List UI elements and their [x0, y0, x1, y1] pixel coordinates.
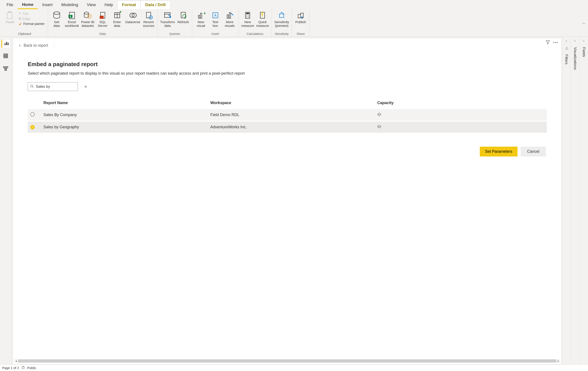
menu-view[interactable]: View — [83, 1, 100, 9]
new-measure-button[interactable]: New measure — [241, 10, 255, 28]
cut-button[interactable]: ✂ Cut — [17, 11, 46, 16]
more-options-icon[interactable]: ••• — [553, 41, 558, 44]
chevron-left-icon[interactable]: ‹ — [566, 39, 567, 43]
format-painter-button[interactable]: 🖌 Format painter — [17, 21, 46, 26]
svg-rect-40 — [5, 43, 5, 45]
filter-icon[interactable] — [546, 40, 550, 45]
cell-report-name: Sales by Geography — [43, 125, 210, 129]
cancel-button[interactable]: Cancel — [521, 147, 546, 157]
search-box[interactable]: ✕ — [28, 82, 78, 91]
quick-measure-label: Quick measure — [256, 20, 269, 28]
ribbon-collapse-button[interactable]: ︿ — [582, 20, 586, 26]
refresh-button[interactable]: Refresh — [176, 10, 190, 24]
svg-text:X: X — [70, 15, 71, 18]
menu-help[interactable]: Help — [100, 1, 117, 9]
horizontal-scrollbar[interactable]: ◂ ▸ — [14, 359, 560, 363]
transform-label: Transform data — [160, 20, 175, 28]
sensitivity-status-icon — [21, 366, 25, 370]
enter-data-button[interactable]: + Enter data — [110, 10, 124, 28]
chevron-left-icon[interactable]: ‹ — [575, 39, 576, 43]
svg-rect-9 — [100, 16, 104, 19]
radio-unselected[interactable] — [30, 112, 35, 117]
scissors-icon: ✂ — [19, 11, 21, 15]
scroll-track[interactable] — [18, 360, 556, 362]
table-row[interactable]: Sales By Company Field Demo RDL — [28, 108, 547, 121]
right-panes: ‹ ▷ Filters ‹ Visualizations ‹ Fields — [562, 37, 588, 364]
get-data-button[interactable]: Get data — [50, 10, 64, 28]
copy-button[interactable]: ⧉ Copy — [17, 16, 46, 21]
table-header: Report Name Workspace Capacity — [28, 97, 547, 108]
svg-rect-23 — [198, 15, 200, 18]
cell-report-name: Sales By Company — [43, 113, 210, 117]
table-row[interactable]: ✓ Sales by Geography AdventureWorks Inc. — [28, 121, 547, 133]
menubar: File Home Insert Modeling View Help Form… — [0, 0, 588, 9]
ribbon-group-queries: Transform data Refresh Queries — [158, 9, 192, 36]
sql-server-button[interactable]: SQL Server — [96, 10, 110, 28]
scroll-left-icon[interactable]: ◂ — [14, 360, 18, 362]
paste-label: Paste — [6, 20, 14, 24]
text-box-label: Text box — [212, 20, 218, 28]
menu-insert[interactable]: Insert — [38, 1, 57, 9]
menu-modeling[interactable]: Modeling — [57, 1, 83, 9]
visualizations-pane-label: Visualizations — [573, 47, 577, 70]
svg-rect-55 — [22, 367, 24, 369]
clear-search-icon[interactable]: ✕ — [84, 85, 87, 89]
search-input[interactable] — [36, 85, 82, 89]
text-box-button[interactable]: A Text box — [208, 10, 222, 28]
set-parameters-button[interactable]: Set Parameters — [480, 147, 517, 157]
more-visuals-button[interactable]: More visuals — [223, 10, 237, 28]
menu-format[interactable]: Format — [117, 1, 140, 9]
report-view-button[interactable] — [1, 40, 10, 48]
page-title: Embed a paginated report — [19, 61, 556, 68]
recent-icon — [144, 11, 153, 20]
radio-selected[interactable]: ✓ — [30, 125, 35, 129]
dataverse-button[interactable]: Dataverse — [125, 10, 141, 24]
svg-point-32 — [246, 15, 247, 16]
pbi-datasets-icon — [83, 11, 92, 20]
capacity-icon — [377, 125, 544, 130]
search-icon — [30, 85, 34, 89]
more-visuals-icon — [225, 11, 234, 20]
excel-workbook-button[interactable]: X Excel workbook — [64, 10, 80, 28]
publish-button[interactable]: Publish — [294, 10, 308, 24]
new-visual-label: New visual — [197, 20, 205, 28]
chevron-left-icon[interactable]: ‹ — [19, 42, 21, 48]
menu-file[interactable]: File — [2, 1, 18, 9]
statusbar: Page 1 of 2 Public — [0, 364, 588, 371]
svg-point-7 — [88, 14, 91, 16]
quick-measure-button[interactable]: Quick measure — [255, 10, 270, 28]
filters-pane-icon: ▷ — [564, 47, 568, 49]
visualizations-pane-collapsed[interactable]: ‹ Visualizations — [571, 37, 579, 364]
page-subtitle: Select which paginated report to display… — [19, 71, 556, 76]
fields-pane-collapsed[interactable]: ‹ Fields — [579, 37, 588, 364]
svg-point-35 — [248, 17, 249, 17]
workspace: ••• ‹ Back to report Embed a paginated r… — [0, 37, 588, 364]
svg-line-54 — [32, 87, 33, 88]
dialog-actions: Set Parameters Cancel — [19, 147, 546, 157]
ribbon-group-calculations: New measure Quick measure Calculations — [239, 9, 272, 36]
model-view-button[interactable] — [2, 65, 9, 73]
recent-sources-button[interactable]: Recent sources — [142, 10, 156, 28]
menu-home[interactable]: Home — [18, 0, 38, 9]
transform-data-button[interactable]: Transform data — [159, 10, 176, 28]
pbi-datasets-button[interactable]: Power BI datasets — [80, 10, 95, 28]
svg-rect-20 — [165, 13, 170, 17]
menu-data-drill[interactable]: Data / Drill — [140, 1, 170, 9]
new-visual-button[interactable]: + New visual — [194, 10, 208, 28]
paste-button[interactable]: Paste — [3, 10, 17, 24]
chevron-left-icon[interactable]: ‹ — [583, 39, 584, 43]
back-to-report-link[interactable]: Back to report — [23, 43, 48, 48]
filters-pane-label: Filters — [564, 54, 568, 64]
svg-text:+: + — [119, 11, 122, 14]
page-indicator: Page 1 of 2 — [2, 366, 19, 370]
sensitivity-group-label: Sensitivity — [275, 32, 289, 36]
filters-pane-collapsed[interactable]: ‹ ▷ Filters — [562, 37, 571, 364]
recent-label: Recent sources — [143, 20, 155, 28]
data-view-button[interactable] — [2, 52, 9, 60]
scroll-right-icon[interactable]: ▸ — [556, 360, 560, 362]
sensitivity-icon — [277, 11, 286, 20]
report-table: Report Name Workspace Capacity Sales By … — [28, 97, 547, 133]
sensitivity-button[interactable]: Sensitivity (preview) — [273, 10, 290, 28]
refresh-label: Refresh — [178, 20, 189, 24]
database-icon — [52, 11, 61, 20]
